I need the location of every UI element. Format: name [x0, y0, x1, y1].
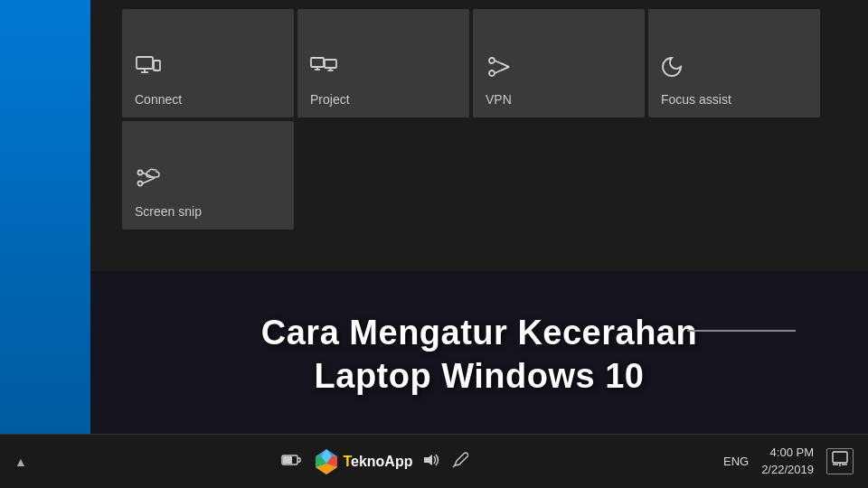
main-title-line1: Cara Mengatur Kecerahan: [261, 314, 697, 352]
tile-vpn[interactable]: VPN: [473, 9, 645, 117]
tile-focus-assist[interactable]: Focus assist: [648, 9, 820, 117]
tiles-container: Connect Project: [122, 9, 820, 230]
svg-rect-8: [325, 60, 336, 68]
main-title: Cara Mengatur Kecerahan Laptop Windows 1…: [261, 312, 697, 398]
volume-icon[interactable]: [423, 453, 441, 470]
svg-point-18: [138, 182, 143, 186]
snip-icon: [135, 165, 281, 197]
svg-rect-22: [283, 456, 292, 464]
svg-line-33: [453, 465, 455, 467]
logo-container: TeknoApp: [312, 447, 412, 476]
svg-line-16: [501, 67, 509, 70]
svg-point-12: [489, 70, 495, 76]
tile-focus-assist-label: Focus assist: [661, 92, 807, 107]
svg-line-15: [501, 63, 509, 67]
pen-icon[interactable]: [452, 452, 468, 471]
tile-screen-snip[interactable]: Screen snip: [122, 121, 294, 230]
vpn-icon: [486, 53, 632, 85]
lang-indicator[interactable]: ENG: [723, 455, 749, 468]
tile-project-label: Project: [310, 92, 457, 107]
svg-rect-34: [833, 452, 847, 463]
taskbar-time-value: 4:00 PM: [761, 445, 814, 461]
connect-icon: [135, 53, 281, 85]
logo-gem-icon: [312, 447, 341, 476]
left-blue-bar: [0, 0, 90, 434]
battery-icon: [281, 454, 301, 469]
logo-text: TeknoApp: [343, 454, 412, 470]
tile-screen-snip-label: Screen snip: [135, 204, 281, 219]
taskbar-left: ▲: [14, 455, 27, 469]
taskbar-date-value: 2/22/2019: [761, 462, 814, 478]
svg-point-17: [138, 171, 143, 175]
svg-marker-32: [424, 455, 432, 465]
svg-rect-0: [137, 57, 153, 69]
tile-project[interactable]: Project: [297, 9, 469, 117]
taskbar-chevron-icon[interactable]: ▲: [14, 455, 27, 469]
taskbar-datetime[interactable]: 4:00 PM 2/22/2019: [761, 445, 814, 477]
deco-line: [687, 330, 796, 332]
svg-point-11: [489, 58, 495, 63]
taskbar-right: ENG 4:00 PM 2/22/2019: [723, 445, 854, 477]
tile-connect[interactable]: Connect: [122, 9, 294, 117]
taskbar-center: TeknoApp: [281, 447, 468, 476]
svg-rect-3: [154, 61, 160, 70]
svg-rect-5: [311, 58, 324, 67]
main-title-line2: Laptop Windows 10: [315, 357, 645, 395]
tile-vpn-label: VPN: [486, 92, 632, 107]
svg-line-20: [143, 178, 156, 183]
text-overlay: Cara Mengatur Kecerahan Laptop Windows 1…: [90, 271, 868, 438]
moon-icon: [661, 53, 807, 85]
taskbar: ▲: [0, 434, 868, 488]
tile-connect-label: Connect: [135, 92, 281, 107]
action-center-button[interactable]: [826, 448, 854, 474]
project-icon: [310, 53, 457, 85]
